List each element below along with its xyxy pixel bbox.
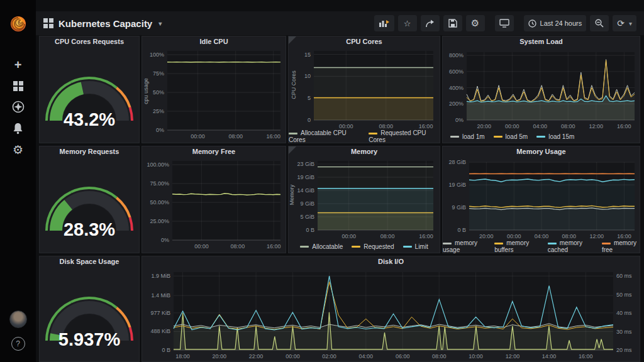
legend-color-dash xyxy=(352,246,360,248)
svg-text:08:00: 08:00 xyxy=(379,123,393,129)
panel-title[interactable]: System Load xyxy=(443,36,640,47)
zoom-out-button[interactable] xyxy=(590,15,609,31)
settings-button[interactable]: ⚙ xyxy=(466,15,485,31)
legend-item[interactable]: load 5m xyxy=(494,133,528,140)
svg-text:14:00: 14:00 xyxy=(542,353,557,359)
svg-text:30 ms: 30 ms xyxy=(616,329,632,335)
legend-item[interactable]: memory usage xyxy=(443,239,486,253)
memory-chart[interactable]: 0 B5 GiB9 GiB14 GiB19 GiB23 GiB00:0008:0… xyxy=(289,157,440,241)
panel-title[interactable]: CPU Cores xyxy=(289,36,440,47)
legend-item[interactable]: memory buffers xyxy=(494,239,539,253)
svg-text:9 GiB: 9 GiB xyxy=(300,200,314,207)
svg-text:00:00: 00:00 xyxy=(194,243,209,250)
save-button[interactable] xyxy=(443,15,462,31)
svg-text:488 KiB: 488 KiB xyxy=(150,328,170,334)
time-range-picker[interactable]: Last 24 hours xyxy=(524,15,587,31)
legend-item[interactable]: Requested CPU Cores xyxy=(369,129,440,143)
svg-text:9 GiB: 9 GiB xyxy=(452,204,466,211)
legend-item[interactable]: memory cached xyxy=(548,239,593,253)
cpu-cores-chart[interactable]: 05101500:0008:0016:00 xyxy=(289,47,440,131)
svg-text:00:00: 00:00 xyxy=(505,123,519,129)
svg-text:0%: 0% xyxy=(156,127,164,133)
refresh-icon: ⟳ xyxy=(617,18,625,28)
legend-color-dash xyxy=(289,133,297,134)
grafana-logo-icon[interactable] xyxy=(8,14,28,34)
panel-title[interactable]: Memory Free xyxy=(142,146,286,157)
zoom-out-icon xyxy=(595,19,604,28)
sidebar: + ⚙ ? xyxy=(0,0,36,362)
save-icon xyxy=(448,19,457,28)
svg-text:00:00: 00:00 xyxy=(341,233,356,239)
panel-memory-requests: Memory Requests 28.3% xyxy=(39,146,140,253)
alerting-bell-icon[interactable] xyxy=(0,122,36,137)
share-icon xyxy=(425,19,435,28)
svg-text:10: 10 xyxy=(304,73,311,79)
legend-item[interactable]: load 1m xyxy=(450,133,485,140)
disk-io-chart[interactable]: 0 B488 KiB977 KiB1.4 MiB1.9 MiB18:0020:0… xyxy=(142,267,640,361)
svg-text:15: 15 xyxy=(304,52,311,58)
panel-title[interactable]: Disk I/O xyxy=(142,256,640,267)
legend-color-dash xyxy=(548,243,557,244)
add-panel-button[interactable] xyxy=(374,15,394,31)
dashboards-icon[interactable] xyxy=(0,80,36,94)
svg-text:12:00: 12:00 xyxy=(589,123,604,129)
legend-item[interactable]: Allocatable CPU Cores xyxy=(289,129,360,143)
star-button[interactable]: ☆ xyxy=(398,15,417,31)
svg-text:08:00: 08:00 xyxy=(562,233,577,239)
svg-text:08:00: 08:00 xyxy=(228,133,243,140)
system-load-chart[interactable]: 0%200%400%600%800%20:0000:0004:0008:0012… xyxy=(443,47,640,131)
svg-text:600%: 600% xyxy=(449,69,464,75)
legend-item[interactable]: memory free xyxy=(602,239,640,253)
svg-text:0 B: 0 B xyxy=(306,227,314,233)
idle-cpu-chart[interactable]: 0%25%50%75%100%00:0008:0016:00 xyxy=(142,47,286,141)
svg-text:1.9 MiB: 1.9 MiB xyxy=(151,273,170,279)
legend-color-dash xyxy=(450,136,459,138)
panel-title[interactable]: Memory xyxy=(289,146,440,157)
configuration-gear-icon[interactable]: ⚙ xyxy=(0,143,36,157)
refresh-button[interactable]: ⟳ ▾ xyxy=(613,15,636,31)
svg-text:43.2%: 43.2% xyxy=(64,109,115,129)
help-icon[interactable]: ? xyxy=(0,337,36,351)
add-icon[interactable]: + xyxy=(0,58,36,72)
svg-text:00:00: 00:00 xyxy=(339,123,353,129)
panel-cpu-cores-requests: CPU Cores Requests 43.2% xyxy=(39,36,140,143)
panel-title[interactable]: Memory Requests xyxy=(40,146,139,157)
panel-title[interactable]: Disk Space Usage xyxy=(40,256,139,267)
panel-title[interactable]: CPU Cores Requests xyxy=(40,36,139,47)
time-range-label: Last 24 hours xyxy=(540,19,582,27)
panel-corner-indicator[interactable] xyxy=(289,36,296,44)
legend-item[interactable]: load 15m xyxy=(536,133,574,140)
svg-text:12:00: 12:00 xyxy=(506,353,520,359)
svg-text:16:00: 16:00 xyxy=(617,233,631,239)
memory-free-chart[interactable]: 0%25.00%50.00%75.00%100.00%00:0008:0016:… xyxy=(142,157,286,251)
chart-legend: load 1mload 5mload 15m xyxy=(443,131,640,141)
gear-icon: ⚙ xyxy=(471,18,479,29)
svg-text:00:00: 00:00 xyxy=(191,133,205,140)
gauge-memory-requests: 28.3% xyxy=(40,160,139,248)
monitor-icon xyxy=(499,19,509,28)
legend-color-dash xyxy=(602,243,611,244)
legend-item[interactable]: Limit xyxy=(403,243,428,250)
panel-title[interactable]: Memory Usage xyxy=(443,146,640,157)
panel-corner-indicator[interactable] xyxy=(289,146,296,154)
panel-title[interactable]: Idle CPU xyxy=(142,36,286,47)
share-button[interactable] xyxy=(421,15,440,31)
svg-text:28.3%: 28.3% xyxy=(64,219,115,239)
dashboard-title-group[interactable]: Kubernetes Capacity ▾ xyxy=(43,18,162,29)
tv-mode-button[interactable] xyxy=(495,15,514,31)
grafana-dashboard: + ⚙ ? Kubernetes Capacity ▾ ☆ xyxy=(0,0,644,362)
gauge-disk-space-usage: 5.937% xyxy=(40,270,139,358)
explore-icon[interactable] xyxy=(0,101,36,116)
refresh-caret-icon[interactable]: ▾ xyxy=(629,20,632,27)
svg-text:20:00: 20:00 xyxy=(212,353,226,359)
svg-text:19 GiB: 19 GiB xyxy=(448,182,466,188)
legend-color-dash xyxy=(403,246,412,248)
svg-text:00:00: 00:00 xyxy=(286,353,300,359)
svg-text:08:00: 08:00 xyxy=(561,123,575,129)
user-avatar[interactable] xyxy=(0,310,36,328)
panel-memory-free: Memory Free 0%25.00%50.00%75.00%100.00%0… xyxy=(142,146,286,253)
legend-item[interactable]: Requested xyxy=(352,243,394,250)
legend-item[interactable]: Allocatable xyxy=(300,243,343,250)
memory-usage-chart[interactable]: 0 B9 GiB19 GiB28 GiB20:0000:0004:0008:00… xyxy=(443,157,640,241)
title-caret-icon[interactable]: ▾ xyxy=(158,20,162,27)
